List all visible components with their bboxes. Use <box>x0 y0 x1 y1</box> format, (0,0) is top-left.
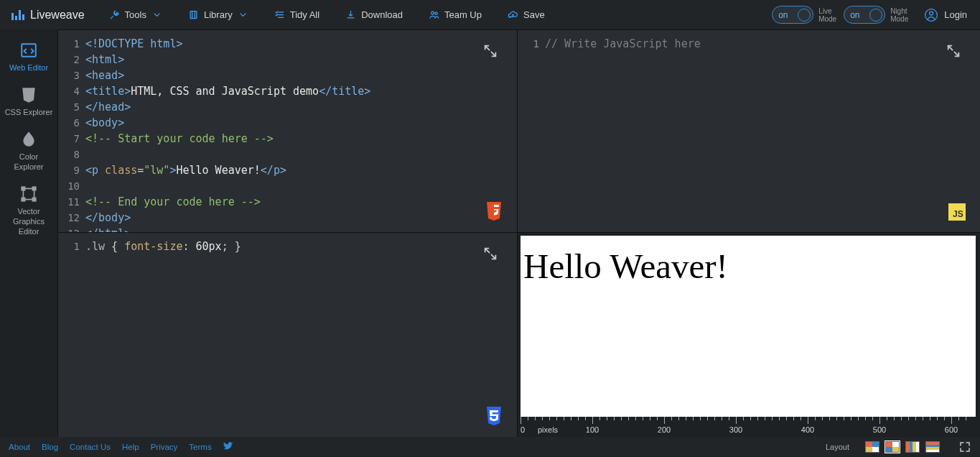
app-name: Liveweave <box>30 9 85 22</box>
footer-contact[interactable]: Contact Us <box>70 443 111 451</box>
cloud-save-icon <box>508 9 518 20</box>
sidebar-item-vector-editor[interactable]: Vector Graphics Editor <box>3 177 55 242</box>
team-icon <box>429 9 439 20</box>
css-explorer-icon <box>19 86 39 104</box>
login-label: Login <box>944 9 967 20</box>
toggle-label-line1: Live <box>818 7 836 15</box>
css3-badge-icon <box>485 407 503 427</box>
menu-label: Library <box>204 9 233 20</box>
toggle-on-label: on <box>778 10 788 20</box>
menu-label: Tools <box>125 9 146 20</box>
night-mode-toggle[interactable]: on NightMode <box>844 6 908 24</box>
expand-icon[interactable] <box>482 43 498 59</box>
logo[interactable]: Liveweave <box>0 0 96 29</box>
menu-label: Team Up <box>444 9 482 20</box>
svg-point-2 <box>435 12 437 14</box>
sidebar: Web Editor CSS Explorer Color Explorer V… <box>0 29 57 437</box>
footer-about[interactable]: About <box>9 443 30 451</box>
sidebar-item-label: CSS Explorer <box>5 108 53 116</box>
svg-point-1 <box>431 11 434 14</box>
user-icon <box>924 8 938 22</box>
footer-privacy[interactable]: Privacy <box>151 443 178 451</box>
css-code[interactable]: .lw { font-size: 60px; } <box>85 233 517 437</box>
footer-twitter[interactable] <box>223 441 233 453</box>
fullscreen-icon[interactable] <box>958 440 971 453</box>
chevron-down-icon <box>151 9 162 20</box>
toggle-label-line2: Mode <box>818 15 836 23</box>
menu-label: Save <box>523 9 545 20</box>
live-mode-toggle[interactable]: on LiveMode <box>772 6 836 24</box>
preview-pane: Hello Weaver! pixels 0100200300400500600 <box>517 232 980 437</box>
layout-icons <box>865 441 940 453</box>
gutter: 1 <box>58 233 84 437</box>
footer-help[interactable]: Help <box>122 443 139 451</box>
menu-team[interactable]: Team Up <box>416 0 495 29</box>
library-icon <box>188 9 199 20</box>
expand-icon[interactable] <box>946 43 961 59</box>
menu-label: Download <box>361 9 403 20</box>
download-icon <box>345 9 356 20</box>
js-editor[interactable]: 1 // Write JavaScript here JS <box>517 29 980 232</box>
tools-icon <box>109 9 120 20</box>
menu-save[interactable]: Save <box>495 0 558 29</box>
menu-tidy[interactable]: Tidy All <box>261 0 332 29</box>
svg-rect-0 <box>190 11 197 19</box>
toggle-knob <box>869 9 882 22</box>
sidebar-item-label: Web Editor <box>9 63 48 72</box>
web-editor-icon <box>19 41 39 60</box>
sidebar-item-css-explorer[interactable]: CSS Explorer <box>3 78 55 123</box>
js-code[interactable]: // Write JavaScript here <box>545 30 980 232</box>
preview-text: Hello Weaver! <box>521 236 976 287</box>
login-button[interactable]: Login <box>918 8 973 22</box>
toggle-label-line2: Mode <box>890 15 908 23</box>
html-code[interactable]: <!DOCTYPE html> <html> <head> <title>HTM… <box>85 30 517 232</box>
expand-icon[interactable] <box>482 246 498 262</box>
html5-badge-icon <box>485 202 503 222</box>
svg-rect-7 <box>22 187 24 190</box>
preview-canvas: Hello Weaver! <box>521 236 976 417</box>
vector-editor-icon <box>19 185 39 203</box>
footer-blog[interactable]: Blog <box>42 443 58 451</box>
svg-text:JS: JS <box>953 209 963 219</box>
sidebar-item-web-editor[interactable]: Web Editor <box>3 34 55 78</box>
ruler-unit: pixels <box>538 425 558 434</box>
logo-icon <box>11 10 24 20</box>
toggle-on-label: on <box>850 10 859 20</box>
menu-tools[interactable]: Tools <box>96 0 175 29</box>
menu-library[interactable]: Library <box>175 0 261 29</box>
main-menu: Tools Library Tidy All Download Team Up … <box>96 0 558 29</box>
twitter-icon <box>223 441 233 451</box>
top-bar: Liveweave Tools Library Tidy All Downloa… <box>0 0 980 29</box>
svg-rect-9 <box>22 198 24 200</box>
toggle-group: on LiveMode on NightMode <box>772 6 908 24</box>
toggle-knob <box>798 9 811 22</box>
gutter: 12345678910111213 <box>58 30 84 232</box>
layout-option-3[interactable] <box>905 441 920 453</box>
color-explorer-icon <box>19 130 39 149</box>
js-badge-icon: JS <box>948 202 966 222</box>
chevron-down-icon <box>238 9 248 20</box>
layout-label: Layout <box>826 443 849 451</box>
layout-option-2[interactable] <box>885 441 900 453</box>
footer-terms[interactable]: Terms <box>189 443 211 451</box>
css-editor[interactable]: 1 .lw { font-size: 60px; } <box>57 232 517 437</box>
menu-label: Tidy All <box>290 9 319 20</box>
menu-download[interactable]: Download <box>332 0 416 29</box>
svg-rect-8 <box>32 187 35 190</box>
svg-point-4 <box>930 11 933 15</box>
layout-option-4[interactable] <box>925 441 940 453</box>
sidebar-item-label: Vector Graphics Editor <box>13 207 45 236</box>
sidebar-item-label: Color Explorer <box>14 152 44 171</box>
ruler: pixels 0100200300400500600 <box>521 417 976 437</box>
gutter: 1 <box>518 30 543 232</box>
svg-rect-5 <box>22 44 36 56</box>
bottom-bar: About Blog Contact Us Help Privacy Terms… <box>0 437 980 457</box>
layout-option-1[interactable] <box>865 441 879 453</box>
sidebar-item-color-explorer[interactable]: Color Explorer <box>3 123 55 177</box>
toggle-label-line1: Night <box>890 7 908 15</box>
svg-rect-10 <box>32 198 35 200</box>
html-editor[interactable]: 12345678910111213 <!DOCTYPE html> <html>… <box>57 29 517 232</box>
tidy-icon <box>274 9 285 20</box>
